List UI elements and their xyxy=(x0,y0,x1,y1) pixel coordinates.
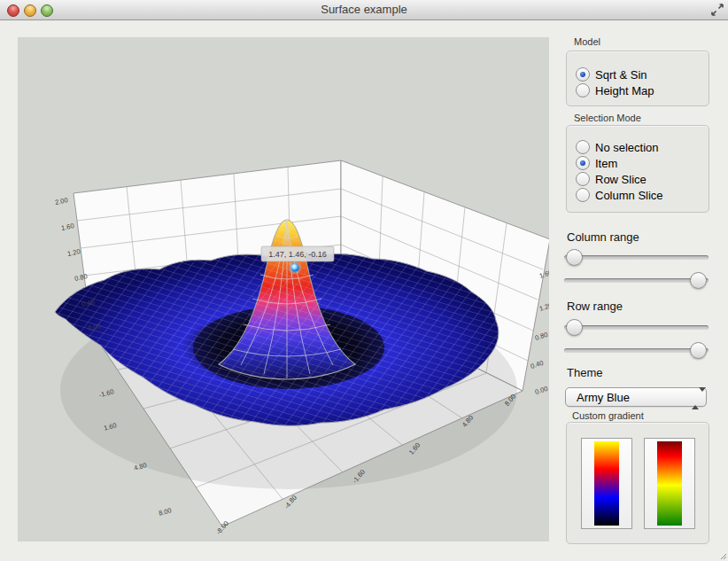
column-range-label: Column range xyxy=(567,230,639,244)
radio-height-map[interactable]: Height Map xyxy=(576,83,654,97)
slider-track[interactable] xyxy=(564,255,709,260)
theme-label: Theme xyxy=(567,366,602,379)
selection-mode-groupbox: No selection Item Row Slice Column Slice xyxy=(566,125,709,213)
theme-dropdown-value: Army Blue xyxy=(577,391,630,404)
resize-grip[interactable] xyxy=(718,551,727,560)
model-group-title: Model xyxy=(574,36,600,47)
slider-track[interactable] xyxy=(564,325,709,330)
gradient-one-button[interactable] xyxy=(581,438,632,529)
gradient-two-swatch xyxy=(657,441,682,526)
app-window: Surface example xyxy=(0,0,728,561)
radio-circle[interactable] xyxy=(576,156,590,170)
fullscreen-icon[interactable] xyxy=(710,3,724,17)
surface-plot-canvas[interactable]: 1.47, 1.46, -0.16 2.00 1.60 1.20 0.80 0.… xyxy=(18,37,549,542)
selection-label: 1.47, 1.46, -0.16 xyxy=(268,250,327,259)
titlebar[interactable]: Surface example xyxy=(0,0,728,20)
radio-column-slice[interactable]: Column Slice xyxy=(576,188,663,202)
radio-sqrt-sin[interactable]: Sqrt & Sin xyxy=(576,67,647,82)
slider-knob[interactable] xyxy=(690,342,707,359)
slider-knob[interactable] xyxy=(566,249,583,266)
gradient-two-button[interactable] xyxy=(644,438,695,529)
radio-circle[interactable] xyxy=(576,83,590,97)
gradient-one-swatch xyxy=(594,441,619,526)
row-range-label: Row range xyxy=(567,300,623,313)
custom-gradient-groupbox xyxy=(566,422,709,544)
slider-track[interactable] xyxy=(564,348,709,353)
slider-knob[interactable] xyxy=(566,319,583,336)
radio-row-slice[interactable]: Row Slice xyxy=(576,172,647,186)
radio-circle[interactable] xyxy=(576,172,590,186)
radio-circle[interactable] xyxy=(576,67,590,82)
column-range-max-slider[interactable] xyxy=(564,272,709,289)
selection-dot[interactable] xyxy=(291,264,299,272)
radio-item[interactable]: Item xyxy=(576,156,617,170)
radio-circle[interactable] xyxy=(576,188,590,202)
radio-no-selection[interactable]: No selection xyxy=(576,140,659,154)
theme-dropdown[interactable]: Army Blue xyxy=(565,387,707,407)
model-groupbox: Sqrt & Sin Height Map xyxy=(566,51,709,106)
radio-circle[interactable] xyxy=(576,140,590,154)
slider-knob[interactable] xyxy=(690,272,707,289)
stepper-arrows-icon xyxy=(692,392,699,404)
row-range-max-slider[interactable] xyxy=(564,342,709,359)
column-range-min-slider[interactable] xyxy=(564,249,709,266)
slider-track[interactable] xyxy=(564,278,709,283)
window-title: Surface example xyxy=(0,3,728,16)
custom-gradient-group-title: Custom gradient xyxy=(572,410,644,421)
row-range-min-slider[interactable] xyxy=(564,319,709,336)
selection-mode-group-title: Selection Mode xyxy=(574,113,641,123)
